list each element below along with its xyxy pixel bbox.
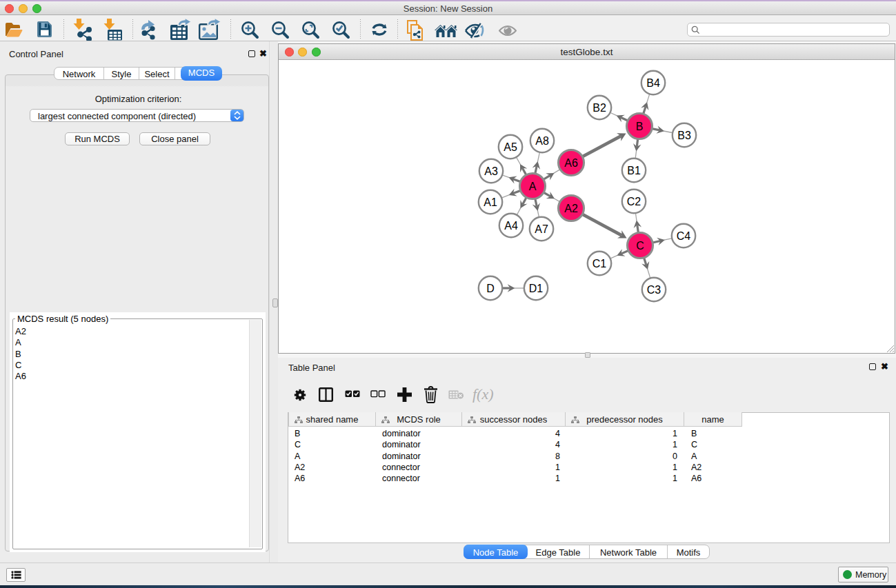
svg-text:A7: A7 — [535, 223, 548, 235]
svg-text:A8: A8 — [535, 135, 549, 147]
svg-text:D: D — [486, 283, 495, 294]
svg-text:B3: B3 — [677, 130, 691, 141]
svg-text:C4: C4 — [677, 230, 691, 242]
svg-text:B: B — [636, 121, 644, 132]
svg-text:D1: D1 — [529, 283, 544, 294]
svg-text:C1: C1 — [593, 258, 607, 270]
svg-text:B2: B2 — [593, 102, 606, 114]
svg-text:C: C — [636, 240, 644, 252]
svg-text:A4: A4 — [504, 220, 518, 232]
svg-text:A: A — [529, 181, 537, 192]
svg-text:A2: A2 — [564, 203, 578, 214]
svg-text:A5: A5 — [504, 141, 517, 153]
svg-text:C3: C3 — [647, 284, 661, 296]
svg-text:A6: A6 — [564, 157, 578, 169]
svg-text:B1: B1 — [627, 165, 641, 176]
svg-text:A3: A3 — [484, 165, 498, 177]
svg-text:B4: B4 — [646, 77, 660, 89]
svg-text:A1: A1 — [484, 196, 497, 208]
svg-text:C2: C2 — [627, 196, 641, 207]
